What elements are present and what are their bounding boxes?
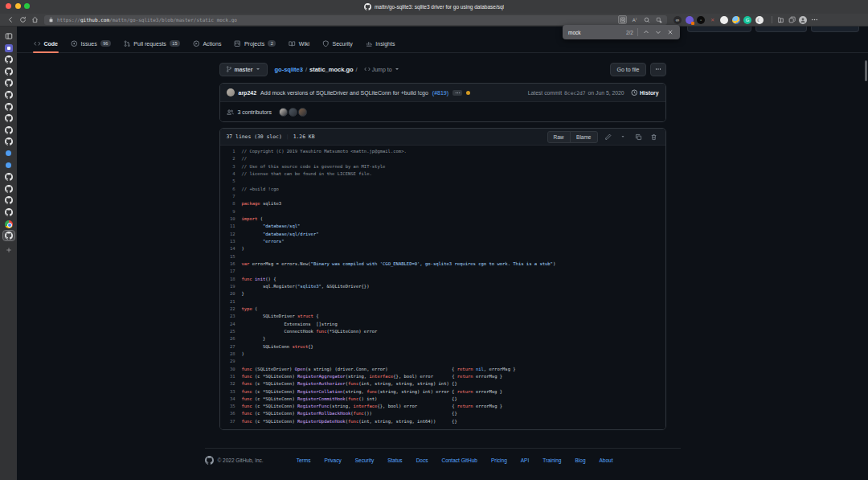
dark-circle-extension-icon[interactable]: ◦ <box>697 16 705 24</box>
line-number[interactable]: 9 <box>220 208 242 215</box>
footer-link-status[interactable]: Status <box>387 457 402 463</box>
disabled-extension-icon[interactable]: ✕ <box>709 16 717 24</box>
find-in-page-icon[interactable] <box>618 15 627 24</box>
repo-tab-wiki[interactable]: Wiki <box>282 35 316 52</box>
browser-tab-github[interactable] <box>3 125 14 135</box>
browser-tab-github[interactable] <box>3 195 14 205</box>
browser-tab-blue[interactable] <box>3 161 14 170</box>
zoom-page-icon[interactable] <box>642 15 651 24</box>
branch-select-button[interactable]: master <box>219 63 268 76</box>
minimize-window-button[interactable] <box>15 3 21 9</box>
line-number[interactable]: 34 <box>220 396 242 403</box>
browser-tab-app[interactable] <box>3 43 14 53</box>
commit-status-dot[interactable] <box>466 91 470 95</box>
find-previous-icon[interactable] <box>642 28 650 36</box>
line-number[interactable]: 23 <box>220 313 242 320</box>
commit-author[interactable]: arp242 <box>239 90 257 96</box>
footer-link-blog[interactable]: Blog <box>575 457 585 463</box>
browser-tab-github[interactable] <box>3 172 14 182</box>
line-number[interactable]: 36 <box>220 410 242 417</box>
edit-dropdown-caret-icon[interactable] <box>618 132 628 142</box>
footer-link-docs[interactable]: Docs <box>416 457 428 463</box>
browser-tab-github[interactable] <box>3 67 14 76</box>
contributors-link[interactable]: 3 contributors <box>238 109 272 115</box>
history-link[interactable]: History <box>631 89 659 96</box>
line-number[interactable]: 7 <box>220 193 242 200</box>
browser-tab-blue[interactable] <box>3 149 14 158</box>
line-number[interactable]: 8 <box>220 200 242 207</box>
line-number[interactable]: 25 <box>220 328 242 335</box>
globe-extension-icon[interactable] <box>732 16 740 24</box>
home-button[interactable] <box>29 14 41 25</box>
line-number[interactable]: 10 <box>220 215 242 223</box>
footer-link-pricing[interactable]: Pricing <box>491 457 507 463</box>
blame-button[interactable]: Blame <box>570 131 597 143</box>
line-number[interactable]: 14 <box>220 245 242 252</box>
line-number[interactable]: 5 <box>220 178 242 185</box>
refresh-button[interactable] <box>17 14 29 25</box>
delete-trash-icon[interactable] <box>649 132 659 142</box>
find-input[interactable]: mock <box>568 30 581 35</box>
line-number[interactable]: 26 <box>220 335 242 343</box>
read-aloud-icon[interactable]: A⁾ <box>630 15 639 24</box>
zoom-window-button[interactable] <box>24 3 30 9</box>
address-bar[interactable]: https://github.com/mattn/go-sqlite3/blob… <box>44 15 667 25</box>
commit-pr-link[interactable]: (#819) <box>432 90 448 96</box>
browser-tab-github[interactable] <box>3 207 14 217</box>
puzzle-extension-icon[interactable] <box>686 16 694 24</box>
close-window-button[interactable] <box>6 3 11 9</box>
line-number[interactable]: 11 <box>220 223 242 230</box>
back-button[interactable] <box>5 14 17 25</box>
line-number[interactable]: 22 <box>220 306 242 313</box>
find-next-icon[interactable] <box>654 28 662 36</box>
repo-tab-insights[interactable]: Insights <box>359 35 402 52</box>
commit-author-avatar[interactable] <box>227 88 235 96</box>
translate-icon[interactable] <box>654 15 663 24</box>
line-number[interactable]: 3 <box>220 163 242 170</box>
browser-tab-github[interactable] <box>3 137 14 146</box>
footer-link-terms[interactable]: Terms <box>297 457 311 463</box>
breadcrumb-repo-link[interactable]: go-sqlite3 <box>274 66 302 73</box>
line-number[interactable]: 27 <box>220 343 242 351</box>
line-number[interactable]: 31 <box>220 373 242 380</box>
find-close-icon[interactable] <box>666 28 674 36</box>
footer-link-security[interactable]: Security <box>355 457 374 463</box>
commit-hash[interactable]: 8cec2d7 <box>564 90 586 96</box>
browser-tab-github[interactable] <box>3 102 14 112</box>
line-number[interactable]: 20 <box>220 290 242 297</box>
raw-button[interactable]: Raw <box>547 131 571 143</box>
browser-tab-active-github[interactable] <box>3 231 14 240</box>
footer-link-api[interactable]: API <box>521 457 529 463</box>
repo-tab-code[interactable]: Code <box>27 35 64 52</box>
line-number[interactable]: 1 <box>220 148 242 155</box>
browser-menu-icon[interactable] <box>811 16 818 23</box>
browser-tab-github[interactable] <box>3 78 14 88</box>
line-number[interactable]: 2 <box>220 155 242 162</box>
line-number[interactable]: 32 <box>220 380 242 388</box>
line-number[interactable]: 28 <box>220 351 242 358</box>
browser-tab-github[interactable] <box>3 113 14 123</box>
repo-tab-security[interactable]: Security <box>316 35 359 52</box>
line-number[interactable]: 19 <box>220 283 242 290</box>
line-number[interactable]: 21 <box>220 298 242 306</box>
browser-tab-panel[interactable] <box>3 31 14 41</box>
line-number[interactable]: 30 <box>220 366 242 373</box>
commit-message[interactable]: Add mock versions of SQLiteDriver and SQ… <box>260 90 428 96</box>
line-number[interactable]: 29 <box>220 358 242 365</box>
line-number[interactable]: 18 <box>220 276 242 283</box>
contributor-avatar[interactable] <box>289 108 297 117</box>
browser-tab-github[interactable] <box>3 90 14 100</box>
line-number[interactable]: 33 <box>220 388 242 396</box>
moon-extension-icon[interactable]: ☾ <box>755 16 764 24</box>
page-scrollbar[interactable] <box>865 60 867 81</box>
collections-icon[interactable] <box>788 16 796 23</box>
repo-tab-pull-requests[interactable]: Pull requests15 <box>117 35 186 52</box>
line-number[interactable]: 24 <box>220 321 242 328</box>
line-number[interactable]: 16 <box>220 261 242 268</box>
repo-tab-projects[interactable]: Projects2 <box>227 35 282 52</box>
jump-to-button[interactable]: Jump to <box>364 66 400 72</box>
line-number[interactable]: 6 <box>220 186 242 193</box>
line-number[interactable]: 12 <box>220 231 242 238</box>
cast-extension-icon[interactable]: ∞ <box>674 16 682 24</box>
light-circle-extension-icon[interactable] <box>720 16 728 24</box>
